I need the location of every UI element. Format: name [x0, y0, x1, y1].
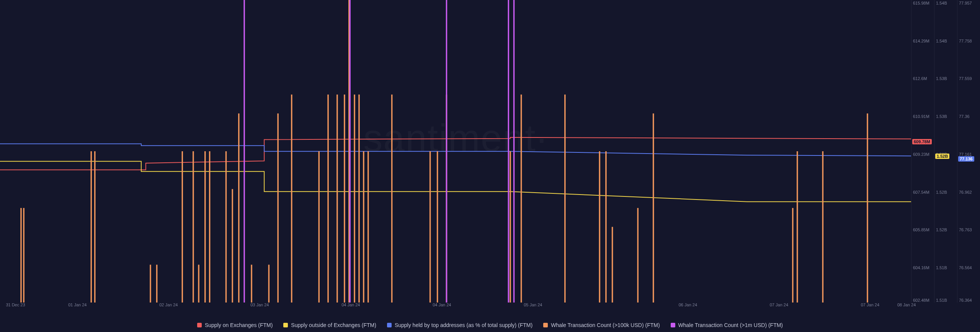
svg-rect-1: [23, 208, 24, 303]
svg-rect-34: [599, 151, 601, 303]
plot-svg: [0, 0, 911, 303]
legend-item[interactable]: Supply outside of Exchanges (FTM): [283, 322, 376, 328]
y-tick: 1.51B: [936, 265, 947, 270]
svg-rect-40: [797, 151, 798, 303]
x-tick: 08 Jan 24: [897, 303, 916, 307]
current-value-badge: 609.78M: [912, 139, 932, 144]
y-tick: 76.962: [959, 190, 972, 195]
svg-rect-38: [653, 113, 654, 303]
svg-rect-23: [354, 95, 355, 303]
x-tick: 02 Jan 24: [159, 303, 178, 307]
y-tick: 604.16M: [913, 265, 929, 270]
svg-rect-25: [363, 151, 364, 303]
svg-rect-3: [94, 151, 96, 303]
y-tick: 77.957: [959, 1, 972, 5]
y-tick: 1.53B: [936, 76, 947, 81]
svg-rect-9: [204, 151, 206, 303]
legend-item[interactable]: Whale Transaction Count (>100k USD) (FTM…: [543, 322, 660, 328]
legend-item[interactable]: Supply on Exchanges (FTM): [197, 322, 273, 328]
y-tick: 609.23M: [913, 152, 929, 157]
svg-rect-45: [446, 0, 448, 303]
current-value-badge: 1.52B: [935, 154, 949, 159]
legend-label: Supply outside of Exchanges (FTM): [291, 322, 376, 328]
legend-label: Whale Transaction Count (>1m USD) (FTM): [678, 322, 783, 328]
svg-rect-21: [344, 95, 345, 303]
y-tick: 1.54B: [936, 39, 947, 43]
svg-rect-47: [513, 0, 515, 303]
legend-swatch: [671, 323, 675, 327]
svg-rect-13: [238, 113, 240, 303]
svg-rect-36: [612, 227, 613, 303]
legend-item[interactable]: Whale Transaction Count (>1m USD) (FTM): [671, 322, 783, 328]
y-tick: 1.52B: [936, 227, 947, 232]
current-value-badge: 77.136: [958, 156, 974, 162]
svg-rect-35: [605, 151, 607, 303]
svg-rect-17: [291, 95, 292, 303]
x-tick: 04 Jan 24: [433, 303, 451, 307]
y-tick: 615.98M: [913, 1, 929, 5]
svg-rect-7: [193, 151, 194, 303]
svg-rect-8: [198, 265, 199, 303]
y-tick: 76.364: [959, 298, 972, 303]
legend-swatch: [197, 323, 202, 327]
legend-item[interactable]: Supply held by top addresses (as % of to…: [387, 322, 532, 328]
svg-rect-14: [251, 265, 252, 303]
svg-rect-31: [510, 151, 511, 303]
svg-rect-44: [349, 0, 351, 303]
legend-label: Supply held by top addresses (as % of to…: [395, 322, 532, 328]
y-tick: 605.85M: [913, 227, 929, 232]
y-tick: 610.91M: [913, 114, 929, 119]
svg-rect-37: [637, 208, 639, 303]
svg-rect-2: [91, 151, 92, 303]
svg-rect-16: [277, 113, 279, 303]
x-tick: 31 Dec 23: [6, 303, 25, 307]
x-tick: 03 Jan 24: [250, 303, 269, 307]
y-tick: 76.564: [959, 265, 972, 270]
y-tick: 602.48M: [913, 298, 929, 303]
svg-rect-4: [150, 265, 151, 303]
x-tick: 06 Jan 24: [679, 303, 697, 307]
svg-rect-18: [318, 151, 320, 303]
svg-rect-0: [20, 208, 22, 303]
svg-rect-43: [243, 0, 245, 303]
y-tick: 1.54B: [936, 1, 947, 5]
svg-rect-6: [182, 151, 183, 303]
y-tick: 77.559: [959, 76, 972, 81]
y-tick: 77.758: [959, 39, 972, 43]
legend-label: Whale Transaction Count (>100k USD) (FTM…: [551, 322, 660, 328]
y-tick: 614.29M: [913, 39, 929, 43]
svg-rect-12: [232, 189, 233, 303]
legend-swatch: [543, 323, 548, 327]
legend-label: Supply on Exchanges (FTM): [205, 322, 273, 328]
y-tick: 612.6M: [913, 76, 927, 81]
x-tick: 05 Jan 24: [524, 303, 542, 307]
y-axis-supply-exchange: 615.98M614.29M612.6M610.91M609.23M607.54…: [911, 0, 934, 303]
x-tick: 07 Jan 24: [770, 303, 788, 307]
y-axes: 615.98M614.29M612.6M610.91M609.23M607.54…: [911, 0, 980, 303]
svg-rect-10: [209, 151, 211, 303]
svg-rect-5: [156, 265, 158, 303]
y-axis-supply-top-pct: 77.95777.75877.55977.3677.16176.96276.76…: [957, 0, 980, 303]
chart-container: santiment· 615.98M614.29M612.6M610.91M60…: [0, 0, 980, 332]
y-tick: 1.52B: [936, 190, 947, 195]
y-tick: 76.763: [959, 227, 972, 232]
legend: Supply on Exchanges (FTM)Supply outside …: [0, 322, 980, 328]
x-tick: 04 Jan 24: [341, 303, 360, 307]
svg-rect-32: [521, 95, 522, 303]
plot-area[interactable]: santiment·: [0, 0, 911, 303]
svg-rect-19: [327, 95, 329, 303]
legend-swatch: [387, 323, 392, 327]
svg-rect-46: [508, 0, 510, 303]
y-tick: 1.53B: [936, 114, 947, 119]
svg-rect-20: [336, 95, 338, 303]
y-tick: 1.51B: [936, 298, 947, 303]
svg-rect-26: [368, 151, 369, 303]
svg-rect-15: [268, 265, 270, 303]
svg-rect-29: [437, 151, 438, 303]
y-axis-supply-outside: 1.54B1.54B1.53B1.53B1.52B1.52B1.52B1.51B…: [934, 0, 957, 303]
svg-rect-28: [430, 151, 431, 303]
svg-rect-39: [792, 208, 794, 303]
svg-rect-41: [822, 151, 824, 303]
svg-rect-33: [564, 95, 566, 303]
x-axis: 31 Dec 2301 Jan 2402 Jan 2403 Jan 2404 J…: [0, 303, 911, 311]
